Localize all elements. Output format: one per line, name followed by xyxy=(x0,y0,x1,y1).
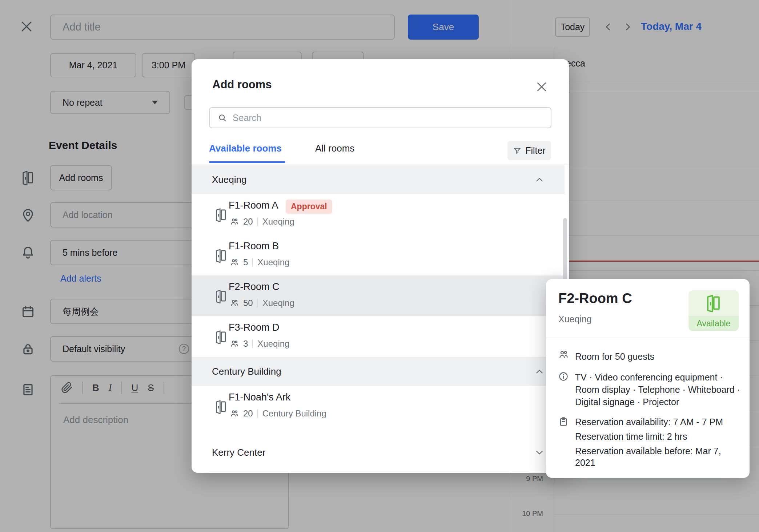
room-subline: 20 Xueqing xyxy=(230,217,294,227)
room-row[interactable]: F1-Room B 5 Xueqing xyxy=(192,235,565,275)
subline-divider xyxy=(252,339,253,348)
room-search-field[interactable] xyxy=(209,107,551,128)
capacity-icon xyxy=(230,339,239,348)
reservation-availability-text: Reservation availability: 7 AM - 7 PM xyxy=(575,416,740,428)
group-name: Century Building xyxy=(212,366,281,377)
chevron-up-icon xyxy=(535,175,544,185)
availability-label: Available xyxy=(688,316,739,331)
room-subline: 3 Xueqing xyxy=(230,339,289,349)
add-rooms-modal: Add rooms Available rooms All rooms Filt… xyxy=(192,59,569,473)
capacity-icon xyxy=(230,409,239,418)
filter-button[interactable]: Filter xyxy=(507,141,551,160)
available-room-icon xyxy=(688,290,739,316)
room-building: Xueqing xyxy=(257,257,289,267)
subline-divider xyxy=(257,299,258,307)
room-icon xyxy=(215,207,227,222)
reservation-before-text: Reservation available before: Mar 7, 202… xyxy=(575,445,735,468)
room-capacity: 50 xyxy=(243,298,253,308)
room-subline: 20 Century Building xyxy=(230,408,326,419)
room-name: F1-Noah's Ark xyxy=(229,392,290,403)
room-capacity: 20 xyxy=(243,217,253,227)
group-name: Xueqing xyxy=(212,174,246,185)
capacity-icon xyxy=(230,217,239,226)
search-icon xyxy=(218,113,227,122)
room-group-header[interactable]: Century Building xyxy=(192,357,565,386)
room-group-header[interactable]: Xueqing xyxy=(192,165,565,194)
room-name: F2-Room C xyxy=(229,281,280,293)
room-row-highlighted[interactable]: F2-Room C 50 Xueqing xyxy=(192,275,565,316)
room-search-input[interactable] xyxy=(233,113,543,123)
approval-badge: Approval xyxy=(286,200,332,214)
room-capacity: 5 xyxy=(243,257,248,267)
room-building: Century Building xyxy=(262,408,326,419)
room-icon xyxy=(215,399,227,414)
filter-icon xyxy=(513,146,522,155)
room-equipment-text: TV · Video conferencing equipment · Room… xyxy=(575,371,740,408)
subline-divider xyxy=(257,409,258,418)
room-icon xyxy=(215,330,227,344)
room-subline: 50 Xueqing xyxy=(230,298,294,308)
event-editor-screen: Save Mar 4, 2021 3:00 PM No repeat Event… xyxy=(0,0,759,532)
chevron-up-icon xyxy=(535,367,544,376)
room-building: Xueqing xyxy=(262,217,294,227)
tab-available-rooms[interactable]: Available rooms xyxy=(209,143,282,154)
room-name: F1-Room A xyxy=(229,200,278,211)
subline-divider xyxy=(257,217,258,226)
group-name: Kerry Center xyxy=(212,447,265,458)
chevron-down-icon xyxy=(535,448,544,457)
capacity-icon xyxy=(230,258,239,267)
room-name: F1-Room B xyxy=(229,241,279,252)
active-tab-underline xyxy=(209,161,285,163)
clipboard-icon xyxy=(558,416,569,427)
room-row[interactable]: F3-Room D 3 Xueqing xyxy=(192,316,565,357)
tab-all-rooms[interactable]: All rooms xyxy=(315,143,354,154)
info-icon xyxy=(558,371,569,382)
room-detail-building: Xueqing xyxy=(558,314,592,325)
room-detail-card: F2-Room C Xueqing Available Room for 50 … xyxy=(546,279,750,478)
room-row[interactable]: F1-Room A Approval 20 Xueqing xyxy=(192,194,565,235)
card-divider xyxy=(546,338,750,338)
room-subline: 5 Xueqing xyxy=(230,257,289,267)
room-capacity: 20 xyxy=(243,408,253,419)
modal-close-icon[interactable] xyxy=(536,81,547,93)
room-capacity-text: Room for 50 guests xyxy=(575,350,740,363)
availability-badge: Available xyxy=(688,290,739,331)
room-icon xyxy=(215,248,227,263)
room-capacity: 3 xyxy=(243,339,248,349)
capacity-icon xyxy=(230,299,239,307)
room-detail-name: F2-Room C xyxy=(558,291,632,306)
room-row[interactable]: F1-Noah's Ark 20 Century Building xyxy=(192,386,565,427)
room-group-header-collapsed[interactable]: Kerry Center xyxy=(192,439,565,464)
capacity-icon xyxy=(558,350,569,360)
room-building: Xueqing xyxy=(262,298,294,308)
modal-title: Add rooms xyxy=(212,78,272,91)
room-icon xyxy=(215,289,227,303)
reservation-limit-text: Reservation time limit: 2 hrs xyxy=(575,431,740,442)
subline-divider xyxy=(252,258,253,267)
room-name: F3-Room D xyxy=(229,322,280,333)
room-building: Xueqing xyxy=(257,339,289,349)
